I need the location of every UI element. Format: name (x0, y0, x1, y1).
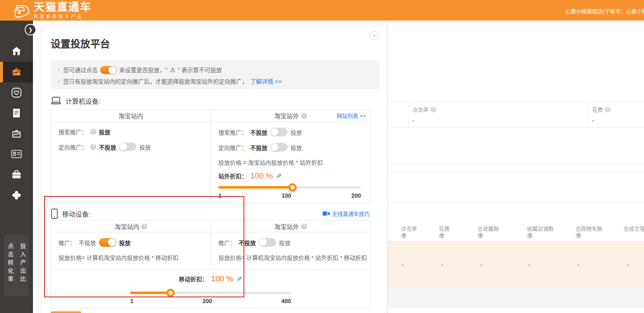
phone-icon (51, 208, 58, 219)
sidebar-item-reports[interactable] (0, 103, 33, 124)
report-table-row-empty (388, 288, 644, 308)
confirm-button[interactable] (51, 311, 81, 313)
mobile-onsite-promo-toggle[interactable] (99, 238, 116, 247)
cell-value: - (528, 262, 530, 268)
divider (588, 102, 589, 128)
discount-value: 100 % (251, 171, 273, 180)
tips-link-label: 无线直通车技巧 (332, 210, 370, 217)
discount-label: 站外折扣： (218, 172, 247, 180)
search-promo-row: 搜索推广： 不投放 投放 (218, 128, 363, 136)
screen: 点击率? - 花费? - 点击率? 花费? 总收藏数? 收藏店铺数? 总购物车数… (0, 0, 644, 313)
stat-card-row: 点击率? - 花费? - (388, 102, 644, 128)
help-icon[interactable]: ? (401, 233, 407, 238)
mobile-onsite-cell: 推广： 不投放 投放 投放价格= 计算机淘宝站内投放价格 * 移动折扣 (51, 232, 211, 270)
field-label: 推广： (218, 238, 236, 247)
stat-value: - (592, 117, 611, 124)
help-icon[interactable]: ? (527, 233, 533, 238)
price-formula: 投放价格= 计算机淘宝站内投放价格 * 站外折扣 * 移动折扣 (218, 253, 363, 262)
help-icon[interactable]: ? (576, 233, 581, 238)
sidebar-item-accounts[interactable] (0, 144, 33, 164)
sidebar-metrics-box[interactable]: 点击转化率 投入产出比 (4, 235, 29, 297)
close-button[interactable]: × (370, 31, 379, 40)
computer-offsite-search-toggle[interactable] (270, 128, 288, 136)
col-taobao-offsite: 淘宝站外 ? (211, 221, 370, 232)
offsite-discount-slider[interactable]: 1 100 200 (218, 186, 361, 199)
edit-pencil-icon[interactable]: ✎ (276, 172, 281, 180)
help-icon[interactable]: ? (301, 224, 307, 229)
notice-line-1: 您可通过点击 来设置是否投放，" ⚠ " 表示暂不可投放 (58, 65, 372, 75)
stat-card-ctr: 点击率? - (412, 105, 436, 124)
cell-value: - (480, 262, 482, 268)
edit-pencil-icon[interactable]: ✎ (237, 275, 242, 283)
laptop-icon (51, 96, 61, 105)
learn-more-link[interactable]: 了解详情 >> (250, 77, 281, 86)
app-logo[interactable]: 天猫直通车 阿里妈妈旗下产品 (13, 2, 91, 19)
example-toggle[interactable] (100, 66, 117, 74)
sidebar-item-favorites[interactable] (0, 82, 33, 103)
help-icon[interactable]: ? (605, 107, 611, 112)
state-off-label: 不投放 (99, 143, 116, 151)
computer-offsite-cell: 搜索推广： 不投放 投放 定向推广： 不投放 投放 投放价格 = 淘宝站内投放价… (211, 122, 370, 203)
mobile-section-header: 移动设备: (51, 208, 90, 219)
sidebar-item-tools[interactable] (0, 164, 33, 185)
dove-icon (11, 190, 22, 201)
app-title: 天猫直通车 (34, 2, 91, 12)
sidebar-item-campaign-active[interactable] (0, 62, 33, 82)
computer-onsite-cell: 搜索推广： ? 投放 定向推广： ? 不投放 投放 (51, 122, 211, 203)
help-icon[interactable]: ? (431, 107, 436, 112)
slider-handle[interactable] (166, 289, 175, 297)
col-taobao-offsite: 淘宝站外 ? 网站列表 >> (211, 110, 370, 121)
sidebar-item-targeting[interactable] (0, 185, 33, 206)
mobile-discount-slider[interactable]: 1 200 400 (130, 292, 291, 304)
help-icon[interactable]: ? (90, 129, 96, 135)
metric-click-conversion: 点击转化率 (6, 243, 14, 297)
state-on-label: 投放 (119, 238, 131, 247)
help-icon[interactable]: ? (141, 224, 147, 229)
computer-section-header: 计算机设备: (51, 96, 100, 106)
help-icon[interactable]: ? (301, 113, 307, 119)
help-icon[interactable]: ? (478, 233, 483, 238)
state-off-label: 不投放 (79, 238, 96, 247)
sidebar-item-creatives[interactable] (0, 124, 33, 144)
field-label: 搜索推广： (218, 128, 247, 136)
computer-offsite-target-toggle[interactable] (270, 143, 288, 152)
sidebar-collapse-button[interactable]: ❯ (25, 24, 36, 35)
divider (388, 164, 644, 164)
cell-value: - (577, 262, 579, 268)
account-name[interactable]: 心雅小栈旗舰店(子帐号：心雅小栈 (565, 7, 644, 15)
field-value: 投放 (99, 128, 110, 136)
cell-value: - (441, 262, 443, 268)
picture-frame-icon (12, 67, 21, 77)
briefcase-icon (12, 170, 21, 179)
slider-max: 400 (281, 298, 291, 304)
set-platform-dialog: 设置投放平台 × 您可通过点击 来设置是否投放，" ⚠ " 表示暂不可投放 您只… (41, 26, 387, 313)
state-on-label: 投放 (290, 143, 302, 152)
field-label: 搜索推广： (59, 128, 87, 136)
receipt-icon (12, 108, 21, 118)
report-table-row: - - - - - - (388, 241, 644, 288)
help-icon[interactable]: ? (90, 144, 96, 150)
field-label: 推广： (59, 238, 76, 247)
promo-row: 推广： 不投放 投放 (59, 238, 204, 247)
stat-card-cost: 花费? - (592, 105, 611, 124)
mobile-discount-row: 移动折扣： 100 % ✎ 1 200 400 (51, 270, 370, 308)
table-header-row: 淘宝站内 ? 淘宝站外 ? (51, 221, 370, 232)
notice-text: 您只有投放淘宝站内的定向推广后，才能选择投放淘宝站外的定向推广， (63, 77, 248, 86)
column-label: 淘宝站外 (274, 222, 299, 231)
price-formula: 投放价格= 计算机淘宝站内投放价格 * 移动折扣 (59, 253, 204, 262)
column-label: 淘宝站内 (115, 222, 139, 231)
column-header: 收藏店铺数 (527, 224, 554, 232)
mobile-offsite-promo-toggle[interactable] (259, 238, 276, 247)
sidebar-item-home[interactable] (0, 41, 33, 61)
wireless-tips-link[interactable]: 无线直通车技巧 (323, 210, 370, 217)
warning-icon: ⚠ (170, 65, 175, 75)
slider-handle[interactable] (288, 183, 297, 192)
computer-onsite-target-toggle[interactable] (119, 142, 136, 151)
mobile-platform-table: 淘宝站内 ? 淘宝站外 ? 推广： 不投放 投放 投放价格= 计算机淘宝站内投 (51, 220, 370, 308)
state-off-label: 不投放 (250, 128, 267, 136)
website-list-link[interactable]: 网站列表 >> (337, 112, 366, 119)
report-table-header: 点击率? 花费? 总收藏数? 收藏店铺数? 总购物车数? 总成交笔 (388, 216, 644, 241)
search-promo-row: 搜索推广： ? 投放 (59, 128, 204, 136)
notice-text: " 表示暂不可投放 (178, 65, 222, 75)
help-icon[interactable]: ? (439, 233, 445, 238)
